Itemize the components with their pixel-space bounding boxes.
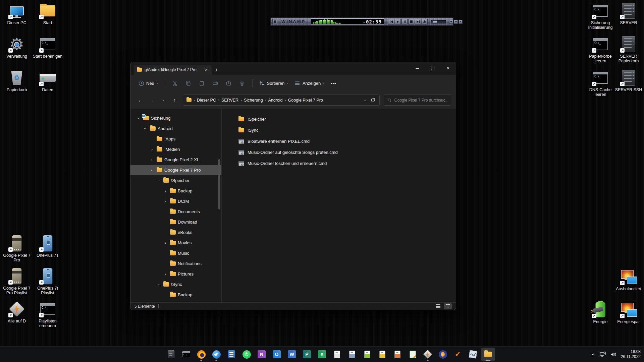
tree-item-pictures[interactable]: ›Pictures: [130, 269, 221, 279]
taskbar-oo-impress[interactable]: [390, 348, 405, 361]
file-row-speicher[interactable]: !Speicher: [222, 114, 456, 125]
winamp-player[interactable]: WINAMP -02:59 ×: [270, 17, 453, 26]
up-button[interactable]: ↑: [169, 95, 180, 106]
tree-scrollbar[interactable]: [218, 159, 220, 209]
tree-item-notifications[interactable]: ›Notifications: [130, 258, 221, 269]
breadcrumb-item-android[interactable]: Android: [266, 98, 284, 103]
desktop-icon-ausbalanciert[interactable]: ↗Ausbalanciert: [614, 268, 643, 301]
minimize-button[interactable]: [410, 62, 425, 75]
tree-item-google-pixel-7-pro[interactable]: ›Google Pixel 7 Pro: [130, 165, 221, 175]
taskbar-oo-writer[interactable]: [345, 348, 359, 361]
desktop-icon-papierkörbe-leeren[interactable]: C:\_↗Papierkörbe leeren: [586, 36, 614, 69]
taskbar-outlook[interactable]: O: [270, 348, 284, 361]
tree-item-backup[interactable]: ›Backup: [130, 290, 221, 300]
taskbar-audacity[interactable]: [436, 348, 450, 361]
network-button[interactable]: [600, 352, 606, 357]
tree-item-sicherung[interactable]: ›✓Sicherung: [130, 113, 221, 123]
explorer-tab[interactable]: g\Android\Google Pixel 7 Pro ×: [134, 65, 212, 75]
tree-chevron-icon[interactable]: ›: [156, 178, 161, 183]
desktop-icon-google-pixel-7-pro-playlist[interactable]: ↗Google Pixel 7 Pro Playlist: [1, 267, 32, 300]
breadcrumb-item-google-pixel-7-pro[interactable]: Google Pixel 7 Pro: [286, 98, 325, 103]
tree-item-movies[interactable]: ›Movies: [130, 238, 221, 248]
file-row-sync[interactable]: !Sync: [222, 125, 456, 136]
taskbar-server-manager[interactable]: [164, 348, 178, 361]
winamp-eject-button[interactable]: [422, 19, 428, 24]
details-view-button[interactable]: [434, 303, 442, 309]
winamp-menu-button[interactable]: [272, 19, 277, 24]
desktop-icon-dieser-pc[interactable]: ↗Dieser PC: [1, 2, 32, 36]
rename-button[interactable]: [209, 77, 222, 89]
tree-chevron-icon[interactable]: ›: [163, 272, 168, 277]
desktop-icon-server-papierkorb[interactable]: ↗SERVER Papierkorb: [614, 36, 643, 69]
tree-chevron-icon[interactable]: ›: [149, 158, 155, 162]
share-button[interactable]: [222, 77, 235, 89]
search-box[interactable]: [384, 95, 451, 106]
sort-button[interactable]: Sortieren ›: [256, 77, 291, 89]
more-options-button[interactable]: •••: [328, 77, 339, 89]
taskbar-oo-draw[interactable]: [375, 348, 389, 361]
taskbar-word[interactable]: W: [285, 348, 299, 361]
back-button[interactable]: ←: [135, 95, 146, 106]
desktop-icon-dns-cache-leeren[interactable]: C:\_↗DNS-Cache leeren: [586, 69, 614, 103]
desktop-icon-server[interactable]: ↗SERVER: [614, 2, 643, 36]
file-row-music-ordner-löschen-und-erneuern-cmd[interactable]: ⚙Music-Ordner löschen und erneuern.cmd: [222, 158, 456, 169]
tree-item-sync[interactable]: ›!Sync: [130, 279, 221, 290]
recent-locations-button[interactable]: ›: [158, 95, 169, 106]
desktop-icon-verwaltung[interactable]: ⚙↗Verwaltung: [1, 36, 32, 69]
view-button[interactable]: Anzeigen ›: [291, 77, 328, 89]
volume-button[interactable]: [610, 352, 616, 357]
taskbar-excel[interactable]: X: [315, 348, 329, 361]
taskbar-clock[interactable]: 18:08 26.11.2022: [621, 349, 641, 359]
maximize-button[interactable]: [425, 62, 440, 75]
winamp-close-button[interactable]: ×: [459, 20, 463, 24]
tree-item-dcim[interactable]: ›DCIM: [130, 196, 221, 206]
taskbar-calculator[interactable]: [224, 348, 238, 361]
tree-item-documents[interactable]: ›Documents: [130, 206, 221, 217]
file-row-bloatware-entfernen-pixel-cmd[interactable]: ⚙Bloatware entfernen PIXEL.cmd: [222, 136, 456, 147]
desktop-icon-daten[interactable]: ↗Daten: [32, 69, 63, 103]
tree-item-ebooks[interactable]: ›eBooks: [130, 227, 221, 238]
icons-view-button[interactable]: [444, 303, 452, 309]
tree-item-backup[interactable]: ›Backup: [130, 186, 221, 196]
taskbar-openoffice[interactable]: [330, 348, 344, 361]
desktop-icon-energiespar[interactable]: ↗Energiespar: [614, 301, 643, 334]
desktop-icon-google-pixel-7-pro[interactable]: ↗Google Pixel 7 Pro: [1, 235, 32, 267]
desktop-icon-energie[interactable]: ↗Energie: [586, 301, 614, 334]
tree-chevron-icon[interactable]: ›: [150, 168, 154, 173]
taskbar-start[interactable]: [149, 348, 163, 361]
tree-chevron-icon[interactable]: ›: [163, 241, 168, 245]
desktop-icon-papierkorb[interactable]: ♻Papierkorb: [1, 69, 32, 103]
winamp-play-button[interactable]: [395, 19, 401, 24]
taskbar-firefox[interactable]: [194, 348, 208, 361]
new-button[interactable]: + Neu ›: [136, 77, 161, 89]
winamp-previous-button[interactable]: [388, 19, 394, 24]
tree-item-speicher[interactable]: ›!Speicher: [130, 175, 221, 186]
desktop-icon-oneplus-7t[interactable]: ↗OnePlus 7T: [32, 235, 63, 267]
file-row-music-ordner-auf-gelöschte-songs-prüfen-cmd[interactable]: ⚙Music-Ordner auf gelöschte Songs prüfen…: [222, 147, 456, 158]
winamp-shade-button[interactable]: [449, 20, 453, 24]
desktop-icon-oneplus-7t-playlist[interactable]: ↗OnePlus 7t Playlist: [32, 267, 63, 300]
taskbar-file-explorer[interactable]: [481, 348, 495, 361]
breadcrumb-item-sicherung[interactable]: Sicherung: [242, 98, 265, 103]
forward-button[interactable]: →: [147, 95, 157, 106]
winamp-minimize-button[interactable]: [454, 20, 458, 24]
taskbar-publisher[interactable]: P: [300, 348, 314, 361]
taskbar-checker[interactable]: ✓: [451, 348, 465, 361]
delete-button[interactable]: [235, 77, 249, 89]
winamp-stop-button[interactable]: [408, 19, 414, 24]
taskbar-thunderbird[interactable]: [209, 348, 223, 361]
desktop-icon-sicherung-initialisierung[interactable]: C:\_↗Sicherung Initialisierung: [586, 2, 614, 36]
tray-overflow-button[interactable]: [591, 353, 595, 356]
desktop-icon-start-bereinigen[interactable]: C:\_↗Start bereinigen: [32, 36, 63, 69]
tree-item-google-pixel-2-xl[interactable]: ›Google Pixel 2 XL: [130, 155, 221, 165]
tab-close-icon[interactable]: ×: [204, 67, 209, 72]
breadcrumb-item-dieser-pc[interactable]: Dieser PC: [195, 98, 218, 103]
address-breadcrumb[interactable]: ›Dieser PC›SERVER›Sicherung›Android›Goog…: [183, 95, 380, 106]
taskbar-whatsapp[interactable]: ✆: [239, 348, 254, 361]
winamp-pause-button[interactable]: [401, 19, 408, 24]
new-tab-button[interactable]: +: [215, 67, 218, 73]
desktop-icon-playlisten-erneuern[interactable]: C:\_↗Playlisten erneuern: [32, 300, 63, 333]
copy-button[interactable]: [182, 77, 195, 89]
taskbar-notes-editor[interactable]: [406, 348, 420, 361]
tree-chevron-icon[interactable]: ›: [143, 126, 148, 131]
